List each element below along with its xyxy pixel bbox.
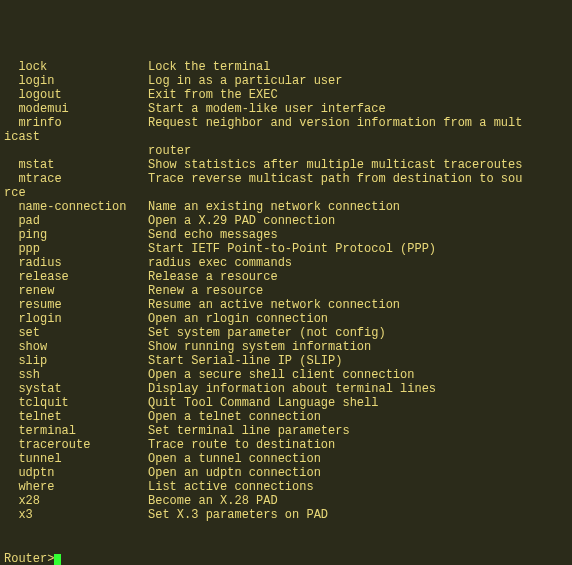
help-row: releaseRelease a resource bbox=[4, 270, 568, 284]
command-name: rlogin bbox=[18, 312, 148, 326]
command-description: Send echo messages bbox=[148, 228, 278, 242]
help-row: udptnOpen an udptn connection bbox=[4, 466, 568, 480]
command-name: logout bbox=[18, 88, 148, 102]
command-description: Open a X.29 PAD connection bbox=[148, 214, 335, 228]
command-description: Open an udptn connection bbox=[148, 466, 321, 480]
command-name: name-connection bbox=[18, 200, 148, 214]
prompt-text: Router> bbox=[4, 552, 54, 565]
terminal-output: lockLock the terminal loginLog in as a p… bbox=[4, 60, 568, 522]
command-description: Request neighbor and version information… bbox=[148, 116, 522, 130]
command-description: Trace reverse multicast path from destin… bbox=[148, 172, 522, 186]
command-description: Log in as a particular user bbox=[148, 74, 342, 88]
command-description: Renew a resource bbox=[148, 284, 263, 298]
command-description: Exit from the EXEC bbox=[148, 88, 278, 102]
help-row: padOpen a X.29 PAD connection bbox=[4, 214, 568, 228]
help-row: pppStart IETF Point-to-Point Protocol (P… bbox=[4, 242, 568, 256]
command-description: Release a resource bbox=[148, 270, 278, 284]
command-description: Resume an active network connection bbox=[148, 298, 400, 312]
command-name: udptn bbox=[18, 466, 148, 480]
command-name: release bbox=[18, 270, 148, 284]
command-description: Start IETF Point-to-Point Protocol (PPP) bbox=[148, 242, 436, 256]
command-description: Set system parameter (not config) bbox=[148, 326, 386, 340]
command-description: Open a telnet connection bbox=[148, 410, 321, 424]
help-row: router bbox=[4, 144, 568, 158]
command-description: Show statistics after multiple multicast… bbox=[148, 158, 522, 172]
command-description: Set X.3 parameters on PAD bbox=[148, 508, 328, 522]
command-name: radius bbox=[18, 256, 148, 270]
help-row: modemuiStart a modem-like user interface bbox=[4, 102, 568, 116]
help-row: renewRenew a resource bbox=[4, 284, 568, 298]
command-name: resume bbox=[18, 298, 148, 312]
command-description: Show running system information bbox=[148, 340, 371, 354]
help-row: rloginOpen an rlogin connection bbox=[4, 312, 568, 326]
command-name: show bbox=[18, 340, 148, 354]
command-description: Set terminal line parameters bbox=[148, 424, 350, 438]
help-row: logoutExit from the EXEC bbox=[4, 88, 568, 102]
command-name: login bbox=[18, 74, 148, 88]
cursor bbox=[54, 554, 61, 565]
command-name: ssh bbox=[18, 368, 148, 382]
command-name: lock bbox=[18, 60, 148, 74]
help-continuation: icast bbox=[4, 130, 40, 144]
command-description: Lock the terminal bbox=[148, 60, 270, 74]
help-row: setSet system parameter (not config) bbox=[4, 326, 568, 340]
command-description: Trace route to destination bbox=[148, 438, 335, 452]
help-row: resumeResume an active network connectio… bbox=[4, 298, 568, 312]
command-name: pad bbox=[18, 214, 148, 228]
command-name: ping bbox=[18, 228, 148, 242]
command-name: x28 bbox=[18, 494, 148, 508]
help-row: rce bbox=[4, 186, 568, 200]
command-description: Open a secure shell client connection bbox=[148, 368, 414, 382]
help-row: tunnelOpen a tunnel connection bbox=[4, 452, 568, 466]
help-row: mrinfoRequest neighbor and version infor… bbox=[4, 116, 568, 130]
command-description: Open an rlogin connection bbox=[148, 312, 328, 326]
command-name: modemui bbox=[18, 102, 148, 116]
help-row: mtraceTrace reverse multicast path from … bbox=[4, 172, 568, 186]
command-description: Start a modem-like user interface bbox=[148, 102, 386, 116]
command-description: Name an existing network connection bbox=[148, 200, 400, 214]
command-name: mstat bbox=[18, 158, 148, 172]
command-description: Display information about terminal lines bbox=[148, 382, 436, 396]
command-description: radius exec commands bbox=[148, 256, 292, 270]
help-row: x3Set X.3 parameters on PAD bbox=[4, 508, 568, 522]
command-name: traceroute bbox=[18, 438, 148, 452]
command-name: x3 bbox=[18, 508, 148, 522]
command-name: terminal bbox=[18, 424, 148, 438]
help-row: icast bbox=[4, 130, 568, 144]
command-name: ppp bbox=[18, 242, 148, 256]
command-name: slip bbox=[18, 354, 148, 368]
help-continuation: rce bbox=[4, 186, 26, 200]
help-row: whereList active connections bbox=[4, 480, 568, 494]
command-description: Become an X.28 PAD bbox=[148, 494, 278, 508]
help-row: telnetOpen a telnet connection bbox=[4, 410, 568, 424]
help-row: pingSend echo messages bbox=[4, 228, 568, 242]
help-row: showShow running system information bbox=[4, 340, 568, 354]
command-description: Quit Tool Command Language shell bbox=[148, 396, 378, 410]
command-name: renew bbox=[18, 284, 148, 298]
command-name: tunnel bbox=[18, 452, 148, 466]
command-name: tclquit bbox=[18, 396, 148, 410]
command-description: Start Serial-line IP (SLIP) bbox=[148, 354, 342, 368]
command-name: systat bbox=[18, 382, 148, 396]
command-name: mrinfo bbox=[18, 116, 148, 130]
help-row: radiusradius exec commands bbox=[4, 256, 568, 270]
command-name: set bbox=[18, 326, 148, 340]
help-row: name-connectionName an existing network … bbox=[4, 200, 568, 214]
help-row: tclquitQuit Tool Command Language shell bbox=[4, 396, 568, 410]
help-continuation: router bbox=[148, 144, 191, 158]
prompt-line[interactable]: Router> bbox=[4, 552, 568, 565]
help-row: mstatShow statistics after multiple mult… bbox=[4, 158, 568, 172]
help-row: tracerouteTrace route to destination bbox=[4, 438, 568, 452]
help-row: systatDisplay information about terminal… bbox=[4, 382, 568, 396]
command-description: Open a tunnel connection bbox=[148, 452, 321, 466]
help-row: loginLog in as a particular user bbox=[4, 74, 568, 88]
help-row: lockLock the terminal bbox=[4, 60, 568, 74]
command-name: telnet bbox=[18, 410, 148, 424]
help-row: terminalSet terminal line parameters bbox=[4, 424, 568, 438]
command-description: List active connections bbox=[148, 480, 314, 494]
help-row: x28Become an X.28 PAD bbox=[4, 494, 568, 508]
help-row: sshOpen a secure shell client connection bbox=[4, 368, 568, 382]
command-name: mtrace bbox=[18, 172, 148, 186]
help-row: slipStart Serial-line IP (SLIP) bbox=[4, 354, 568, 368]
command-name: where bbox=[18, 480, 148, 494]
